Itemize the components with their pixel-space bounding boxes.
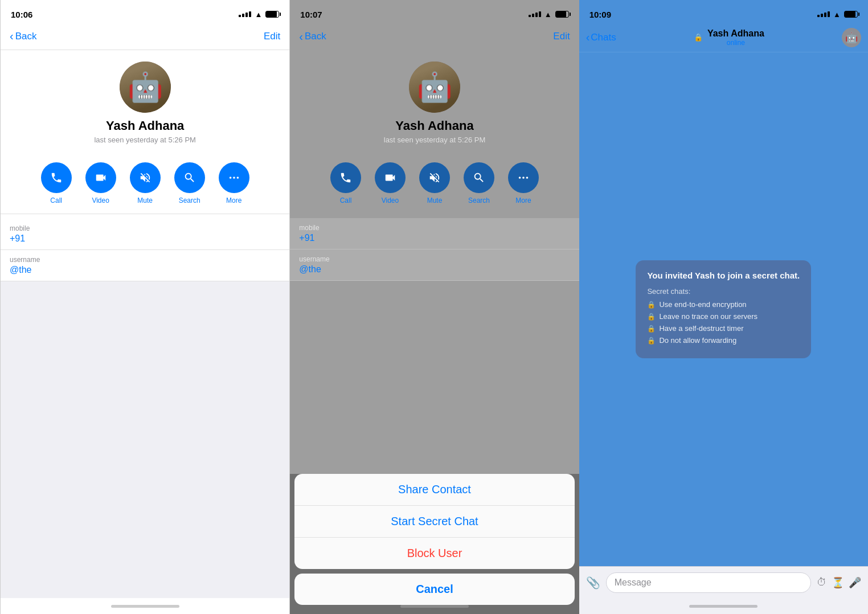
- username-info-1: username @the: [1, 250, 289, 281]
- status-icons-1: ▲: [239, 10, 279, 19]
- home-bar-3: [579, 598, 868, 614]
- cancel-button[interactable]: Cancel: [294, 574, 574, 605]
- timer-icon[interactable]: ⏱: [817, 576, 827, 588]
- chat-contact-name: Yash Adhana: [707, 28, 764, 39]
- video-button-1[interactable]: Video: [85, 162, 116, 204]
- microphone-icon[interactable]: 🎤: [849, 576, 861, 589]
- info-list-1: mobile +91 username @the: [1, 219, 289, 281]
- time-2: 10:07: [300, 10, 322, 19]
- back-button-2[interactable]: ‹ Back: [299, 30, 326, 43]
- wifi-icon-3: ▲: [833, 10, 841, 19]
- mobile-label-1: mobile: [10, 224, 280, 232]
- message-placeholder: Message: [615, 578, 652, 587]
- username-label-1: username: [10, 256, 280, 264]
- video-label-1: Video: [92, 197, 109, 204]
- battery-icon-3: [844, 11, 858, 18]
- share-contact-button[interactable]: Share Contact: [294, 474, 574, 506]
- nav-right-1[interactable]: Edit: [264, 31, 280, 42]
- more-label-2: More: [515, 197, 531, 204]
- call-button-2[interactable]: Call: [330, 162, 361, 204]
- status-bar-2: 10:07 ▲: [290, 0, 579, 25]
- lock-icon-f1: 🔒: [647, 301, 656, 309]
- more-button-2[interactable]: More: [508, 162, 539, 204]
- screen3: 10:09 ▲ ‹ Chats 🔒 Yash Adhana online: [579, 0, 868, 614]
- back-label-1[interactable]: Back: [15, 31, 37, 42]
- mute-button-2[interactable]: Mute: [419, 162, 450, 204]
- home-bar-1: [1, 598, 289, 614]
- wifi-icon-2: ▲: [544, 10, 552, 19]
- chats-back-button[interactable]: ‹ Chats: [586, 31, 616, 44]
- search-label-1: Search: [179, 197, 200, 204]
- mute-label-2: Mute: [427, 197, 443, 204]
- profile-name-1: Yash Adhana: [106, 118, 184, 133]
- info-list-2: mobile +91 username @the: [290, 218, 579, 281]
- more-button-1[interactable]: More: [219, 162, 249, 204]
- secret-chat-title: You invited Yash to join a secret chat.: [647, 271, 800, 280]
- status-bar-1: 10:06 ▲: [1, 0, 289, 25]
- call-label-1: Call: [50, 197, 62, 204]
- username-label-2: username: [299, 255, 570, 263]
- username-info-2: username @the: [290, 249, 579, 281]
- feature-4: 🔒 Do not allow forwarding: [647, 336, 800, 345]
- block-user-button[interactable]: Block User: [294, 538, 574, 569]
- secret-chats-label: Secret chats:: [647, 287, 800, 296]
- lock-icon-f4: 🔒: [647, 337, 656, 345]
- svg-point-0: [229, 177, 231, 179]
- video-label-2: Video: [382, 197, 399, 204]
- countdown-icon[interactable]: ⏳: [832, 576, 844, 589]
- mobile-value-2[interactable]: +91: [299, 233, 570, 243]
- chat-area: You invited Yash to join a secret chat. …: [579, 52, 868, 566]
- search-button-2[interactable]: Search: [464, 162, 494, 204]
- chat-avatar[interactable]: 🤖: [842, 28, 861, 47]
- wifi-icon: ▲: [255, 10, 262, 19]
- svg-point-5: [526, 177, 529, 179]
- feature-2-text: Leave no trace on our servers: [659, 312, 758, 321]
- chats-back-label[interactable]: Chats: [591, 32, 616, 43]
- status-bar-3: 10:09 ▲: [579, 0, 868, 25]
- mobile-info-1: mobile +91: [1, 219, 289, 250]
- feature-1-text: Use end-to-end encryption: [659, 300, 746, 309]
- signal-icon: [239, 11, 251, 17]
- nav-bar-2: ‹ Back Edit: [290, 25, 579, 50]
- action-sheet-group: Share Contact Start Secret Chat Block Us…: [294, 474, 574, 569]
- back-arrow-icon-3: ‹: [586, 31, 590, 44]
- avatar-1: [120, 62, 171, 113]
- lock-icon-3: 🔒: [694, 33, 703, 42]
- screen2-top: 10:07 ▲ ‹ Back Edit: [290, 0, 579, 281]
- signal-icon-3: [817, 11, 830, 17]
- gray-area-1: [1, 281, 289, 598]
- nav-right-2[interactable]: Edit: [553, 31, 570, 42]
- mobile-info-2: mobile +91: [290, 218, 579, 249]
- svg-point-4: [522, 177, 525, 179]
- message-actions: ⏱ ⏳ 🎤: [817, 576, 861, 589]
- profile-status-2: last seen yesterday at 5:26 PM: [384, 136, 485, 144]
- feature-3: 🔒 Have a self-destruct timer: [647, 324, 800, 333]
- username-value-2[interactable]: @the: [299, 264, 570, 275]
- action-buttons-2: Call Video Mute Search: [290, 153, 579, 214]
- status-icons-3: ▲: [817, 10, 858, 19]
- video-button-2[interactable]: Video: [375, 162, 406, 204]
- lock-icon-f3: 🔒: [647, 325, 656, 333]
- svg-point-3: [519, 177, 521, 179]
- screen2: 10:07 ▲ ‹ Back Edit: [290, 0, 579, 614]
- message-input[interactable]: Message: [606, 572, 811, 593]
- start-secret-chat-button[interactable]: Start Secret Chat: [294, 506, 574, 538]
- more-label-1: More: [226, 197, 241, 204]
- feature-2: 🔒 Leave no trace on our servers: [647, 312, 800, 321]
- signal-icon-2: [529, 11, 541, 17]
- back-button-1[interactable]: ‹ Back: [10, 30, 36, 43]
- lock-icon-f2: 🔒: [647, 313, 656, 321]
- feature-1: 🔒 Use end-to-end encryption: [647, 300, 800, 309]
- mute-button-1[interactable]: Mute: [130, 162, 161, 204]
- chat-header-center: 🔒 Yash Adhana online: [694, 28, 764, 47]
- attach-icon[interactable]: 📎: [586, 576, 600, 590]
- call-button-1[interactable]: Call: [41, 162, 72, 204]
- username-value-1[interactable]: @the: [10, 265, 280, 275]
- mobile-label-2: mobile: [299, 224, 570, 232]
- mobile-value-1[interactable]: +91: [10, 234, 280, 244]
- message-bar: 📎 Message ⏱ ⏳ 🎤: [579, 566, 868, 598]
- back-label-2[interactable]: Back: [305, 31, 326, 42]
- search-button-1[interactable]: Search: [174, 162, 205, 204]
- call-label-2: Call: [340, 197, 352, 204]
- time-3: 10:09: [589, 10, 611, 19]
